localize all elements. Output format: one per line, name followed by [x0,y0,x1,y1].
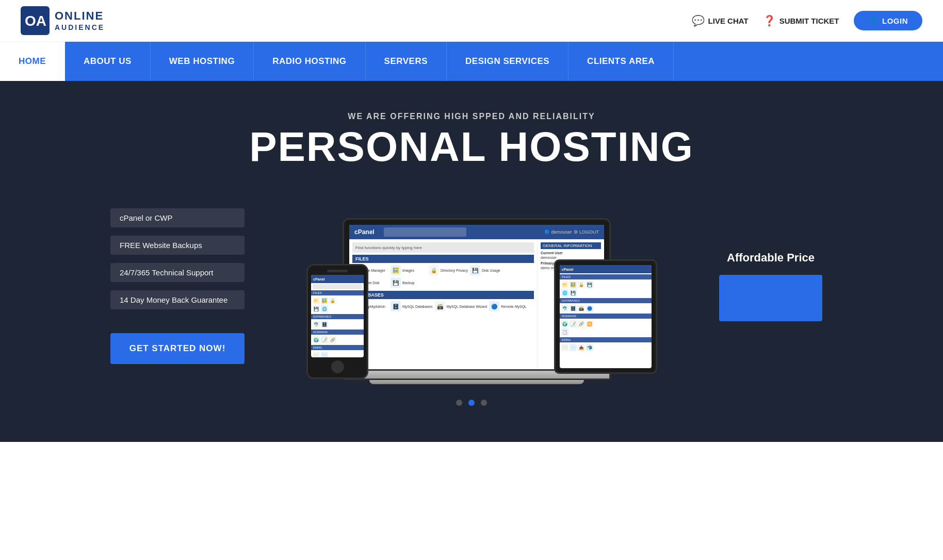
user-icon: 👤 [868,16,879,25]
get-started-button[interactable]: GET STARTED NOW! [110,333,245,364]
hero-right: Affordable Price [709,251,833,321]
logo-area[interactable]: OA ONLINE AUDIENCE [21,6,105,35]
nav-item-clients[interactable]: CLIENTS AREA [568,42,674,81]
hero-content: cPanel or CWP FREE Website Backups 24/7/… [110,188,833,384]
nav-item-home[interactable]: HOME [0,42,65,81]
submit-ticket-link[interactable]: ❓ SUBMIT TICKET [763,14,839,27]
nav-item-servers[interactable]: SERVERS [366,42,447,81]
live-chat-link[interactable]: 💬 LIVE CHAT [692,14,749,27]
header-actions: 💬 LIVE CHAT ❓ SUBMIT TICKET 👤 LOGIN [692,11,922,30]
login-label: LOGIN [882,17,908,25]
dot-1[interactable] [456,400,462,406]
nav-item-radio-hosting[interactable]: RADIO HOSTING [254,42,365,81]
tablet-mockup: cPanel FILES 📁 🖼️ 🔒 💾 🌐 💾 [554,259,657,374]
nav-item-web-hosting[interactable]: WEB HOSTING [151,42,254,81]
question-icon: ❓ [763,14,776,27]
carousel-dots [456,400,487,406]
feature-guarantee: 14 Day Money Back Guarantee [110,290,245,309]
login-button[interactable]: 👤 LOGIN [854,11,923,30]
logo-text: ONLINE AUDIENCE [55,9,105,31]
svg-text:OA: OA [25,13,46,29]
nav-servers-label: SERVERS [384,56,428,67]
hero-subtitle: WE ARE OFFERING HIGH SPPED AND RELIABILI… [348,112,595,121]
submit-ticket-label: SUBMIT TICKET [779,17,839,25]
nav-home-label: HOME [19,56,46,67]
nav-about-label: ABOUT US [84,56,132,67]
chat-icon: 💬 [692,14,705,27]
price-box [719,275,822,321]
hero-left: cPanel or CWP FREE Website Backups 24/7/… [110,208,245,364]
phone-mockup: cPanel FILES 📁 🖼️ 🔒 💾 🌐 [306,264,368,379]
hero-title: PERSONAL HOSTING [249,126,694,168]
nav-radio-label: RADIO HOSTING [272,56,346,67]
logo-icon: OA [21,6,50,35]
nav-item-about[interactable]: ABOUT US [65,42,151,81]
dot-2[interactable] [468,400,475,406]
dot-3[interactable] [481,400,487,406]
feature-cpanel: cPanel or CWP [110,208,245,227]
nav-clients-label: CLIENTS AREA [587,56,655,67]
feature-backups: FREE Website Backups [110,236,245,255]
hero-devices: cPanel 🔵 demouser ⚙ LOGOUT Find function… [265,188,688,384]
logo-audience: AUDIENCE [55,23,105,32]
nav-item-design[interactable]: DESIGN SERVICES [447,42,568,81]
live-chat-label: LIVE CHAT [708,17,749,25]
logo-online: ONLINE [55,9,105,23]
hero-section: WE ARE OFFERING HIGH SPPED AND RELIABILI… [0,81,943,442]
affordable-label: Affordable Price [727,251,815,265]
main-nav: HOME ABOUT US WEB HOSTING RADIO HOSTING … [0,42,943,81]
nav-design-label: DESIGN SERVICES [465,56,549,67]
site-header: OA ONLINE AUDIENCE 💬 LIVE CHAT ❓ SUBMIT … [0,0,943,42]
nav-web-label: WEB HOSTING [169,56,235,67]
feature-support: 24/7/365 Technical Support [110,263,245,282]
